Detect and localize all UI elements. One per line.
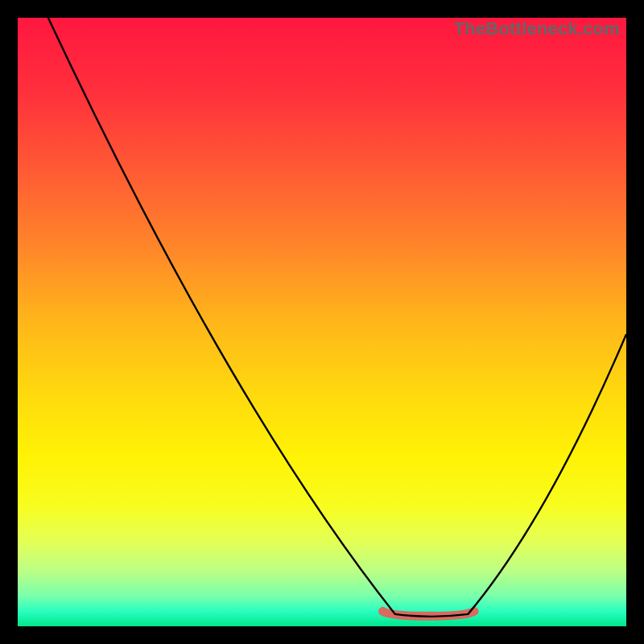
gradient-chart bbox=[18, 18, 626, 626]
gradient-background bbox=[18, 18, 626, 626]
plot-area: TheBottleneck.com bbox=[18, 18, 626, 626]
outer-frame: TheBottleneck.com bbox=[0, 0, 644, 644]
watermark-label: TheBottleneck.com bbox=[454, 19, 620, 39]
